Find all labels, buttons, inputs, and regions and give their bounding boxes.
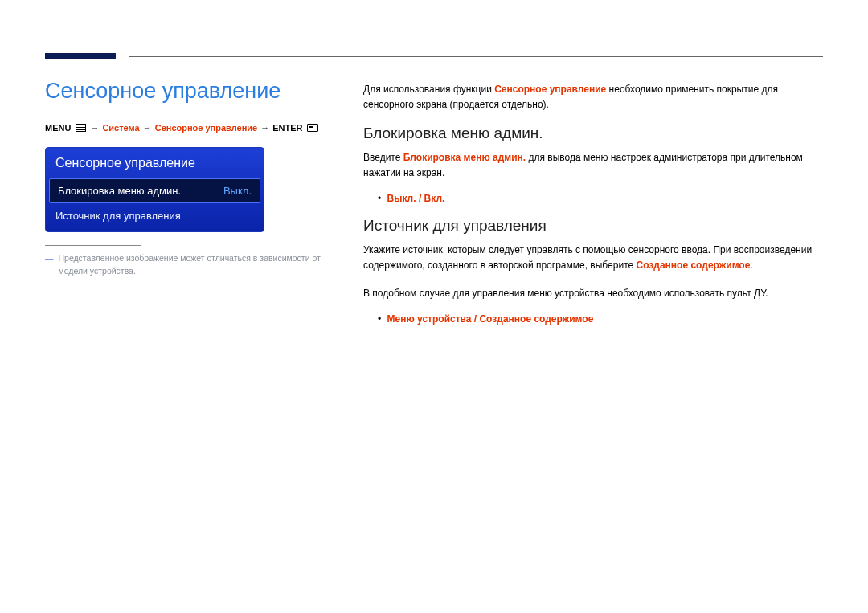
osd-row-label: Блокировка меню админ. <box>58 185 181 197</box>
section1-body-hl: Блокировка меню админ. <box>403 152 526 163</box>
footnote-separator <box>45 245 141 246</box>
menu-icon <box>76 124 85 132</box>
breadcrumb-enter: ENTER <box>272 123 302 133</box>
left-column: Сенсорное управление MENU → Система → Се… <box>45 79 321 278</box>
breadcrumb-menu: MENU <box>45 123 71 133</box>
osd-row-value: Выкл. <box>223 185 252 197</box>
osd-row-control-source[interactable]: Источник для управления <box>46 203 264 231</box>
section2-body1: Укажите источник, которым следует управл… <box>363 243 823 272</box>
section1-heading: Блокировка меню админ. <box>363 125 823 142</box>
section2-body2: В подобном случае для управления меню ус… <box>363 286 823 301</box>
section2-heading: Источник для управления <box>363 217 823 235</box>
footnote-dash: ― <box>45 252 54 278</box>
breadcrumb-system: Система <box>102 123 139 133</box>
section2-body1-hl: Созданное содержимое <box>637 260 751 271</box>
osd-row-admin-lock[interactable]: Блокировка меню админ. Выкл. <box>49 178 260 203</box>
section2-body1-post: . <box>750 260 752 271</box>
breadcrumb-touch: Сенсорное управление <box>155 123 258 133</box>
header-accent-bar <box>45 53 116 59</box>
osd-row-label: Источник для управления <box>55 210 181 222</box>
breadcrumb-arrow: → <box>143 123 152 133</box>
osd-title: Сенсорное управление <box>46 148 264 178</box>
intro-paragraph: Для использования функции Сенсорное упра… <box>363 82 823 112</box>
breadcrumb-arrow: → <box>260 123 269 133</box>
page-title: Сенсорное управление <box>45 79 321 104</box>
intro-pre: Для использования функции <box>363 84 494 95</box>
section2-bullet: Меню устройства / Созданное содержимое <box>378 313 823 325</box>
breadcrumb-arrow: → <box>90 123 99 133</box>
intro-hl: Сенсорное управление <box>494 84 606 95</box>
section1-body-pre: Введите <box>363 152 403 163</box>
footnote: ― Представленное изображение может отлич… <box>45 252 321 278</box>
right-column: Для использования функции Сенсорное упра… <box>363 82 823 337</box>
enter-icon <box>307 124 318 132</box>
footnote-text: Представленное изображение может отличат… <box>59 252 322 278</box>
section1-bullet: Выкл. / Вкл. <box>378 193 823 204</box>
section1-body: Введите Блокировка меню админ. для вывод… <box>363 150 823 180</box>
osd-panel: Сенсорное управление Блокировка меню адм… <box>45 147 264 232</box>
breadcrumb: MENU → Система → Сенсорное управление → … <box>45 123 321 133</box>
header-rule <box>129 56 823 57</box>
